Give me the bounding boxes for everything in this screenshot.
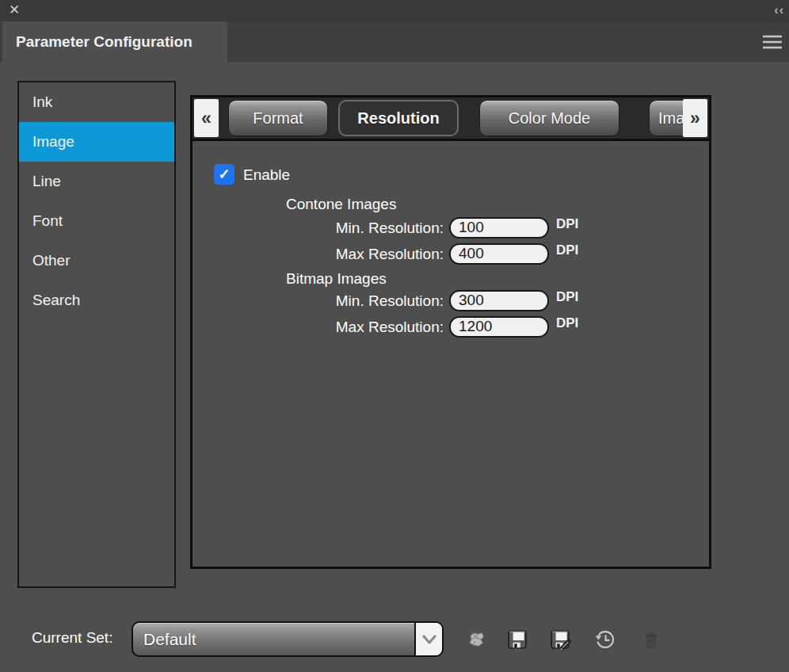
parameter-configuration-window: ✕ ‹‹ Parameter Configuration Ink Image L… [0, 0, 789, 672]
contone-max-resolution-row: Max Resolution: DPI [269, 243, 578, 265]
current-set-value: Default [143, 623, 196, 655]
tab-scroll-left-icon[interactable]: « [194, 99, 219, 137]
tab-format[interactable]: Format [228, 100, 328, 136]
panel-menu-icon[interactable] [762, 34, 783, 50]
panel-header: Parameter Configuration [0, 21, 789, 62]
sidebar-item-ink[interactable]: Ink [19, 82, 174, 122]
contone-images-heading: Contone Images [286, 196, 396, 213]
hamburger-icon [762, 34, 783, 50]
min-resolution-label: Min. Resolution: [269, 292, 444, 310]
tab-parameter-configuration[interactable]: Parameter Configuration [2, 21, 227, 62]
tab-strip: « Format Resolution Color Mode Ima » [192, 97, 709, 141]
settings-panel: « Format Resolution Color Mode Ima » ✓ E… [190, 95, 711, 569]
min-resolution-label: Min. Resolution: [269, 220, 444, 237]
tab-resolution[interactable]: Resolution [338, 100, 459, 136]
sidebar-item-image[interactable]: Image [19, 122, 174, 162]
contone-max-resolution-input[interactable] [449, 243, 549, 265]
history-clock-icon [594, 628, 616, 651]
checkmark-icon: ✓ [218, 166, 230, 183]
sidebar-item-line[interactable]: Line [19, 162, 174, 201]
restore-set-button[interactable] [593, 627, 618, 652]
enable-label: Enable [243, 164, 290, 185]
bitmap-min-resolution-input[interactable] [449, 290, 549, 311]
bitmap-images-heading: Bitmap Images [286, 270, 387, 288]
dpi-unit-label: DPI [556, 315, 578, 331]
panel-title: Parameter Configuration [2, 21, 227, 62]
collapse-panel-icon[interactable]: ‹‹ [774, 2, 784, 18]
dropdown-arrow-button[interactable] [414, 623, 442, 655]
new-set-button[interactable] [463, 627, 488, 652]
sidebar-item-other[interactable]: Other [19, 241, 174, 281]
tab-color-mode[interactable]: Color Mode [479, 100, 619, 136]
sidebar-item-search[interactable]: Search [19, 281, 174, 320]
current-set-label: Current Set: [32, 629, 112, 647]
max-resolution-label: Max Resolution: [269, 246, 444, 263]
contone-min-resolution-input[interactable] [449, 217, 549, 239]
bitmap-max-resolution-row: Max Resolution: DPI [269, 316, 578, 338]
contone-min-resolution-row: Min. Resolution: DPI [269, 217, 578, 239]
trash-icon [641, 629, 661, 650]
close-icon[interactable]: ✕ [6, 2, 22, 18]
current-set-dropdown[interactable]: Default [132, 621, 444, 657]
new-set-icon [464, 628, 486, 651]
save-as-icon [549, 628, 571, 651]
sidebar-item-font[interactable]: Font [19, 201, 174, 241]
dpi-unit-label: DPI [556, 216, 578, 232]
delete-set-button[interactable] [638, 627, 664, 652]
save-set-button[interactable] [505, 627, 530, 652]
resolution-tab-content: ✓ Enable Contone Images Min. Resolution:… [192, 141, 709, 567]
save-icon [506, 628, 528, 651]
window-titlebar: ✕ ‹‹ [0, 0, 789, 21]
max-resolution-label: Max Resolution: [269, 319, 444, 336]
bitmap-min-resolution-row: Min. Resolution: DPI [269, 290, 578, 311]
save-set-as-button[interactable] [547, 627, 573, 652]
dpi-unit-label: DPI [556, 289, 578, 305]
tab-scroll-right-icon[interactable]: » [683, 99, 707, 137]
enable-checkbox[interactable]: ✓ [214, 164, 234, 185]
dpi-unit-label: DPI [556, 242, 578, 258]
chevron-down-icon [421, 633, 438, 646]
bitmap-max-resolution-input[interactable] [449, 316, 549, 338]
category-list: Ink Image Line Font Other Search [17, 81, 176, 588]
